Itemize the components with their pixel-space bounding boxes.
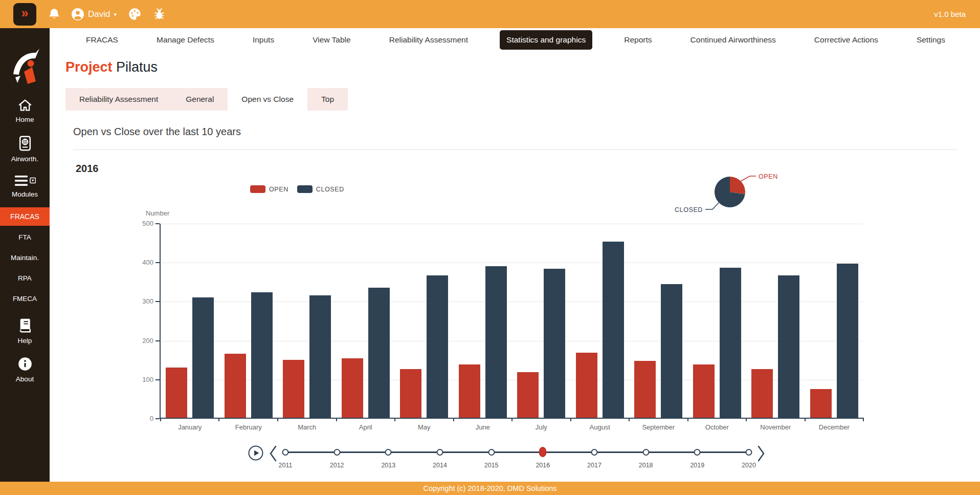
bar-closed-february[interactable] <box>251 292 273 418</box>
bar-closed-july[interactable] <box>544 269 565 418</box>
nav-item-inputs[interactable]: Inputs <box>246 30 281 50</box>
bar-group-june <box>454 224 513 418</box>
bar-open-august[interactable] <box>576 353 597 418</box>
timeline-node-2016[interactable] <box>539 447 547 457</box>
bar-open-february[interactable] <box>225 354 246 418</box>
bar-closed-august[interactable] <box>603 242 624 418</box>
sidebar-item-label: FRACAS <box>10 212 39 221</box>
tab-top[interactable]: Top <box>307 88 348 111</box>
x-axis-tick <box>746 418 747 421</box>
user-menu[interactable]: David ▾ <box>71 8 117 21</box>
timeline-node-2020[interactable] <box>746 449 752 456</box>
nav-item-corrective-actions[interactable]: Corrective Actions <box>808 30 885 50</box>
sidebar-item-help[interactable]: Help <box>0 318 50 345</box>
theme-palette-icon[interactable] <box>128 7 142 21</box>
x-axis-tick <box>805 418 806 421</box>
bar-open-april[interactable] <box>342 358 363 418</box>
nav-item-manage-defects[interactable]: Manage Defects <box>150 30 221 50</box>
bar-closed-april[interactable] <box>368 288 390 418</box>
sidebar-expand-button[interactable]: » <box>13 3 36 26</box>
bar-closed-march[interactable] <box>309 295 331 418</box>
y-axis-tick <box>155 340 160 341</box>
timeline-year-label: 2018 <box>631 462 661 469</box>
bar-open-november[interactable] <box>751 369 773 418</box>
sidebar-item-fracas[interactable]: FRACAS <box>0 207 50 226</box>
nav-item-continued-airworthiness[interactable]: Continued Airworthiness <box>684 30 783 50</box>
timeline-node-2015[interactable] <box>488 449 495 456</box>
open-closed-pie-chart: OPENCLOSED <box>670 169 798 222</box>
bar-group-february <box>219 224 278 418</box>
bar-group-november <box>746 224 805 418</box>
tab-reliability-assessment[interactable]: Reliability Assessment <box>65 88 172 111</box>
timeline-line <box>285 451 749 453</box>
tab-general[interactable]: General <box>172 88 228 111</box>
bar-open-march[interactable] <box>283 360 304 418</box>
y-axis-tick-label: 500 <box>131 220 153 227</box>
bar-open-july[interactable] <box>517 372 539 418</box>
bar-closed-september[interactable] <box>661 284 682 418</box>
bar-group-august <box>571 224 630 418</box>
bar-open-october[interactable] <box>693 364 715 418</box>
sidebar-item-about[interactable]: About <box>0 357 50 383</box>
bar-group-march <box>278 224 337 418</box>
sidebar-item-modules[interactable]: Modules <box>0 175 50 198</box>
bar-open-june[interactable] <box>459 364 480 418</box>
x-axis-label-january: January <box>161 423 219 431</box>
x-axis-label-may: May <box>395 423 454 431</box>
timeline-node-2019[interactable] <box>694 449 701 456</box>
bar-open-may[interactable] <box>400 369 421 418</box>
nav-item-view-table[interactable]: View Table <box>306 30 357 50</box>
bar-closed-november[interactable] <box>778 275 799 418</box>
bar-closed-december[interactable] <box>837 264 858 418</box>
x-axis-label-november: November <box>746 423 805 431</box>
y-axis-tick <box>155 262 160 263</box>
bar-closed-january[interactable] <box>192 297 214 418</box>
notifications-bell-icon[interactable] <box>48 8 61 21</box>
bar-closed-june[interactable] <box>485 266 507 418</box>
legend-label: CLOSED <box>316 186 344 193</box>
sidebar-item-home[interactable]: Home <box>0 99 50 123</box>
sidebar-item-fta[interactable]: FTA <box>0 228 50 246</box>
timeline-next-icon[interactable] <box>757 444 765 465</box>
nav-item-reliability-assessment[interactable]: Reliability Assessment <box>383 30 475 50</box>
bug-report-icon[interactable] <box>153 8 166 20</box>
nav-item-statistics-and-graphics[interactable]: Statistics and graphics <box>500 30 592 50</box>
sidebar-item-label: Maintain. <box>11 254 39 262</box>
timeline-node-2018[interactable] <box>642 449 649 456</box>
bar-closed-may[interactable] <box>427 275 448 418</box>
bar-group-may <box>395 224 454 418</box>
pie-slice-open[interactable] <box>730 177 745 194</box>
x-axis-label-october: October <box>688 423 747 431</box>
bar-open-december[interactable] <box>810 389 832 418</box>
pie-callout-closed <box>705 203 719 209</box>
bar-group-july <box>512 224 571 418</box>
bar-open-january[interactable] <box>166 368 187 418</box>
timeline-node-2017[interactable] <box>591 449 598 456</box>
bar-closed-october[interactable] <box>720 268 741 418</box>
x-axis-tick <box>160 418 161 421</box>
chevron-down-icon: ▾ <box>114 11 117 18</box>
tab-open-vs-close[interactable]: Open vs Close <box>228 88 307 111</box>
year-timeline: 2011201220132014201520162017201820192020 <box>240 441 783 477</box>
sub-tabs: Reliability AssessmentGeneralOpen vs Clo… <box>65 88 348 111</box>
nav-item-reports[interactable]: Reports <box>617 30 658 50</box>
bar-open-september[interactable] <box>634 361 656 418</box>
timeline-node-2014[interactable] <box>437 449 443 456</box>
sidebar-item-airworth[interactable]: Airworth. <box>0 136 50 163</box>
timeline-node-2011[interactable] <box>282 449 289 456</box>
sidebar-item-label: Help <box>18 337 32 345</box>
timeline-node-2013[interactable] <box>385 449 392 456</box>
sidebar-item-rpa[interactable]: RPA <box>0 269 50 287</box>
x-axis-tick <box>394 418 395 421</box>
timeline-node-2012[interactable] <box>333 449 340 456</box>
sidebar-item-fmeca[interactable]: FMECA <box>0 290 50 308</box>
app-logo-icon[interactable] <box>10 48 40 87</box>
legend-label: OPEN <box>269 186 288 193</box>
sidebar-item-maintain[interactable]: Maintain. <box>0 249 50 267</box>
nav-item-settings[interactable]: Settings <box>910 30 952 50</box>
play-button[interactable] <box>248 445 264 463</box>
open-closed-bar-chart: Number 0100200300400500JanuaryFebruaryMa… <box>160 224 863 419</box>
x-axis-tick <box>218 418 219 421</box>
pie-callout-open <box>741 176 756 181</box>
nav-item-fracas[interactable]: FRACAS <box>79 30 125 50</box>
